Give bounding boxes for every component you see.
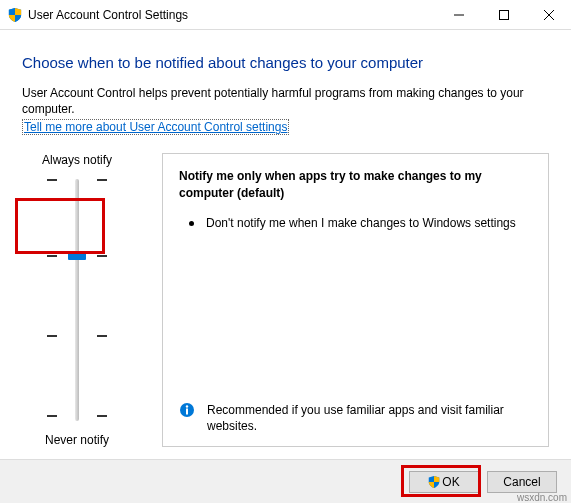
svg-rect-1 xyxy=(499,10,508,19)
notification-slider[interactable] xyxy=(47,175,107,425)
dialog-footer: OK Cancel xyxy=(0,459,571,503)
slider-label-always: Always notify xyxy=(22,153,132,167)
info-panel: Notify me only when apps try to make cha… xyxy=(162,153,549,447)
cancel-label: Cancel xyxy=(503,475,540,489)
panel-title: Notify me only when apps try to make cha… xyxy=(179,168,532,200)
title-bar: User Account Control Settings xyxy=(0,0,571,30)
cancel-button[interactable]: Cancel xyxy=(487,471,557,493)
slider-thumb[interactable] xyxy=(68,251,86,260)
learn-more-link[interactable]: Tell me more about User Account Control … xyxy=(22,119,289,135)
close-icon xyxy=(544,10,554,20)
bullet-icon xyxy=(189,221,194,226)
uac-shield-icon xyxy=(428,476,440,488)
window-title: User Account Control Settings xyxy=(28,8,188,22)
maximize-button[interactable] xyxy=(481,0,526,30)
slider-tick xyxy=(47,415,107,417)
minimize-icon xyxy=(454,10,464,20)
slider-track xyxy=(75,179,79,421)
slider-tick xyxy=(47,335,107,337)
recommendation-text: Recommended if you use familiar apps and… xyxy=(207,402,532,434)
svg-rect-6 xyxy=(186,409,188,415)
maximize-icon xyxy=(499,10,509,20)
ok-button[interactable]: OK xyxy=(409,471,479,493)
close-button[interactable] xyxy=(526,0,571,30)
panel-bullet: Don't notify me when I make changes to W… xyxy=(206,215,516,231)
uac-shield-icon xyxy=(8,8,22,22)
slider-tick xyxy=(47,179,107,181)
page-heading: Choose when to be notified about changes… xyxy=(22,54,549,71)
watermark: wsxdn.com xyxy=(517,492,567,503)
description-text: User Account Control helps prevent poten… xyxy=(22,85,549,117)
svg-point-5 xyxy=(186,405,188,407)
info-icon xyxy=(179,402,195,418)
slider-label-never: Never notify xyxy=(22,433,132,447)
minimize-button[interactable] xyxy=(436,0,481,30)
ok-label: OK xyxy=(442,475,459,489)
